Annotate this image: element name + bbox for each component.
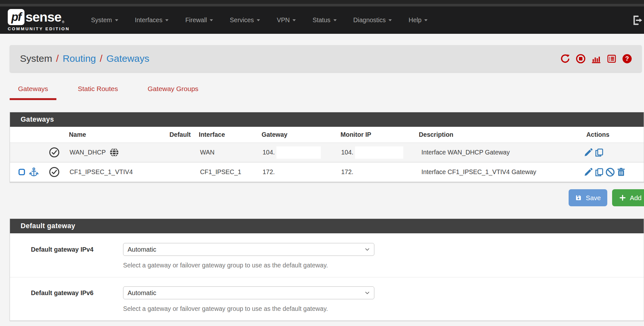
redacted-monitor-ip bbox=[355, 146, 403, 159]
pf-logo-box: pf bbox=[8, 9, 24, 25]
caret-down-icon bbox=[257, 19, 260, 21]
caret-down-icon bbox=[165, 19, 168, 21]
menu-system[interactable]: System bbox=[83, 16, 127, 24]
default-gateway-ipv6-select[interactable]: Automatic bbox=[123, 286, 374, 299]
col-header-name: Name bbox=[49, 131, 161, 138]
svg-text:?: ? bbox=[625, 55, 629, 62]
refresh-icon[interactable] bbox=[560, 54, 570, 64]
cell-interface: WAN bbox=[199, 149, 258, 156]
list-icon[interactable] bbox=[607, 54, 617, 64]
breadcrumb: System / Routing / Gateways bbox=[10, 45, 642, 72]
col-header-interface: Interface bbox=[199, 131, 258, 138]
breadcrumb-separator: / bbox=[100, 53, 102, 64]
breadcrumb-separator: / bbox=[56, 53, 59, 64]
gateway-name: CF1_IPSEC_1_VTIV4 bbox=[70, 168, 133, 176]
sign-out-icon[interactable] bbox=[631, 14, 644, 26]
default-gateway-ipv6-help: Select a gateway or failover gateway gro… bbox=[123, 305, 374, 312]
tab-static-routes[interactable]: Static Routes bbox=[69, 85, 126, 100]
square-icon[interactable] bbox=[18, 168, 26, 176]
tab-gateway-groups[interactable]: Gateway Groups bbox=[139, 85, 207, 100]
default-gateway-ipv4-label: Default gateway IPv4 bbox=[31, 243, 123, 256]
menu-vpn[interactable]: VPN bbox=[268, 16, 304, 24]
default-gateway-ipv4-help: Select a gateway or failover gateway gro… bbox=[123, 262, 374, 269]
default-gateway-ipv4-select[interactable]: Automatic bbox=[123, 243, 374, 256]
caret-down-icon bbox=[424, 19, 428, 21]
caret-down-icon bbox=[210, 19, 213, 21]
default-gateway-ipv6-row: Default gateway IPv6 Automatic Select a … bbox=[10, 277, 644, 321]
plus-icon bbox=[619, 194, 626, 201]
copy-icon[interactable] bbox=[594, 148, 604, 157]
caret-down-icon bbox=[293, 19, 296, 21]
top-navbar: pf sense ® COMMUNITY EDITION System Inte… bbox=[0, 6, 644, 34]
caret-down-icon bbox=[333, 19, 337, 21]
default-gateway-panel: Default gateway Default gateway IPv4 Aut… bbox=[10, 219, 644, 321]
menu-services[interactable]: Services bbox=[221, 16, 268, 24]
save-icon bbox=[575, 194, 582, 201]
cell-gateway: 104. bbox=[263, 149, 275, 156]
delete-icon[interactable] bbox=[616, 167, 626, 177]
menu-diagnostics[interactable]: Diagnostics bbox=[345, 16, 400, 24]
gateways-panel-title: Gateways bbox=[10, 112, 644, 127]
copy-icon[interactable] bbox=[594, 167, 604, 177]
gateways-panel: Gateways Name Default Interface Gateway … bbox=[10, 112, 644, 182]
col-header-description: Description bbox=[418, 131, 583, 138]
window-top-strip bbox=[0, 0, 644, 4]
cell-monitor-ip: 172. bbox=[341, 168, 353, 176]
help-icon[interactable]: ? bbox=[622, 54, 632, 64]
section-tabs: Gateways Static Routes Gateway Groups bbox=[10, 85, 644, 100]
col-header-default: Default bbox=[161, 131, 199, 138]
caret-down-icon bbox=[389, 19, 392, 21]
menu-status[interactable]: Status bbox=[304, 16, 345, 24]
main-menu: System Interfaces Firewall Services VPN … bbox=[83, 16, 436, 24]
breadcrumb-gateways-link[interactable]: Gateways bbox=[106, 53, 149, 64]
globe-icon bbox=[109, 147, 119, 157]
gateways-table-header: Name Default Interface Gateway Monitor I… bbox=[10, 127, 644, 143]
cell-interface: CF1_IPSEC_1 bbox=[199, 168, 258, 176]
breadcrumb-system: System bbox=[20, 53, 52, 64]
community-edition-tagline: COMMUNITY EDITION bbox=[8, 26, 70, 31]
default-gateway-ipv4-row: Default gateway IPv4 Automatic Select a … bbox=[10, 233, 644, 277]
pfsense-logo[interactable]: pf sense ® COMMUNITY EDITION bbox=[8, 9, 70, 31]
cell-monitor-ip: 104. bbox=[341, 149, 353, 156]
edit-icon[interactable] bbox=[583, 148, 593, 157]
menu-firewall[interactable]: Firewall bbox=[177, 16, 221, 24]
save-button[interactable]: Save bbox=[569, 189, 607, 206]
caret-down-icon bbox=[115, 19, 118, 21]
table-action-buttons: Save Add bbox=[0, 189, 644, 206]
check-circle-icon bbox=[49, 147, 60, 158]
menu-help[interactable]: Help bbox=[400, 16, 436, 24]
gateway-name: WAN_DHCP bbox=[70, 149, 106, 156]
col-header-monitor-ip: Monitor IP bbox=[339, 131, 418, 138]
stop-icon[interactable] bbox=[576, 54, 586, 64]
table-row-wan-dhcp: WAN_DHCP WAN 104. 104. Interface WAN_DHC… bbox=[10, 143, 644, 163]
cell-gateway: 172. bbox=[263, 168, 275, 176]
page-action-icons: ? bbox=[560, 54, 632, 64]
breadcrumb-routing-link[interactable]: Routing bbox=[62, 53, 96, 64]
default-gateway-panel-title: Default gateway bbox=[10, 219, 644, 233]
menu-interfaces[interactable]: Interfaces bbox=[127, 16, 177, 24]
check-circle-icon bbox=[49, 166, 60, 178]
tab-gateways[interactable]: Gateways bbox=[10, 85, 56, 100]
window-sub-strip bbox=[0, 4, 644, 6]
redacted-gateway-ip bbox=[276, 146, 321, 159]
disable-icon[interactable] bbox=[605, 167, 615, 177]
anchor-icon[interactable] bbox=[29, 167, 39, 177]
col-header-gateway: Gateway bbox=[258, 131, 339, 138]
col-header-actions: Actions bbox=[583, 131, 644, 138]
cell-description: Interface CF1_IPSEC_1_VTIV4 Gateway bbox=[418, 168, 583, 176]
registered-mark: ® bbox=[62, 20, 64, 24]
add-button[interactable]: Add bbox=[612, 189, 644, 206]
cell-description: Interface WAN_DHCP Gateway bbox=[418, 149, 583, 156]
table-row-cf1-ipsec: CF1_IPSEC_1_VTIV4 CF1_IPSEC_1 172. 172. … bbox=[10, 163, 644, 182]
edit-icon[interactable] bbox=[583, 167, 593, 177]
bar-chart-icon[interactable] bbox=[591, 54, 601, 64]
sense-logo-text: sense bbox=[25, 10, 61, 25]
default-gateway-ipv6-label: Default gateway IPv6 bbox=[31, 286, 123, 299]
